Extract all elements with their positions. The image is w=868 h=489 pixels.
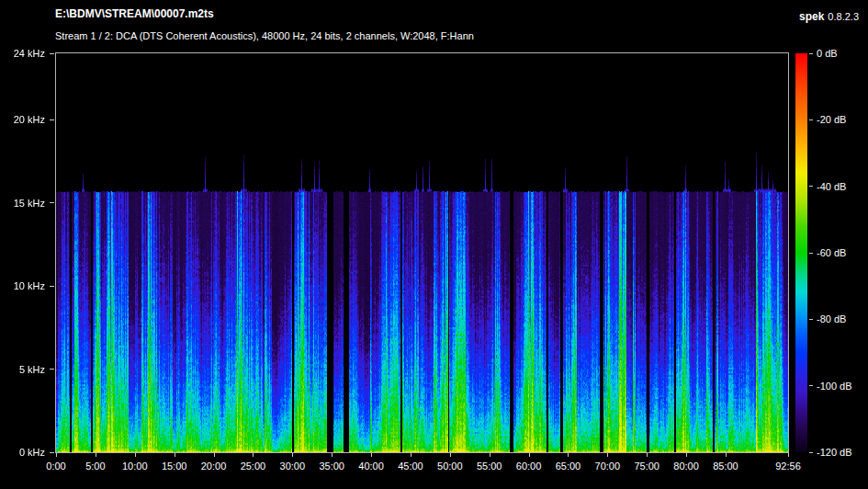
x-axis-tick xyxy=(529,453,530,457)
y-axis-label: 10 kHz xyxy=(0,279,45,292)
y-axis-tick xyxy=(50,286,54,287)
x-axis-tick xyxy=(686,453,687,457)
db-axis-label: -100 dB xyxy=(817,380,852,392)
db-axis-tick xyxy=(809,53,813,54)
db-axis-tick xyxy=(809,385,813,386)
stream-info: Stream 1 / 2: DCA (DTS Coherent Acoustic… xyxy=(55,30,474,41)
y-axis-label: 15 kHz xyxy=(0,197,45,210)
x-axis-label: 92:56 xyxy=(765,460,811,472)
app-version: 0.8.2.3 xyxy=(828,11,859,22)
x-axis-tick xyxy=(96,453,96,457)
y-axis-tick xyxy=(50,119,54,120)
db-axis-label: -40 dB xyxy=(817,180,846,193)
db-axis-tick xyxy=(809,319,813,320)
x-axis-tick xyxy=(788,453,789,457)
db-axis-label: -120 dB xyxy=(817,446,852,459)
x-axis-tick xyxy=(450,453,451,457)
x-axis-tick xyxy=(371,453,372,457)
spectrogram-canvas xyxy=(56,53,788,452)
y-axis-tick xyxy=(50,53,54,54)
db-axis-label: -80 dB xyxy=(817,313,846,325)
x-axis-tick xyxy=(647,453,648,457)
app-name: spek xyxy=(799,10,824,23)
plot-frame xyxy=(55,52,789,453)
y-axis-tick xyxy=(50,369,54,370)
x-axis-tick xyxy=(332,453,333,457)
x-axis-tick xyxy=(56,453,57,457)
x-axis-tick xyxy=(607,453,608,457)
x-axis-tick xyxy=(490,453,490,457)
x-axis-tick xyxy=(726,453,727,457)
db-axis-tick xyxy=(809,253,813,254)
y-axis-tick xyxy=(50,452,54,453)
x-axis-tick xyxy=(568,453,569,457)
db-axis-label: -20 dB xyxy=(817,113,846,126)
x-axis-tick xyxy=(175,453,175,457)
db-axis-tick xyxy=(809,452,813,453)
file-path-title: E:\BDMV\STREAM\00007.m2ts xyxy=(55,7,214,20)
app-brand: spek0.8.2.3 xyxy=(799,7,859,24)
db-axis-label: 0 dB xyxy=(817,47,838,60)
colorbar-gradient xyxy=(795,53,807,452)
y-axis-label: 5 kHz xyxy=(0,363,45,376)
y-axis-label: 20 kHz xyxy=(0,113,45,126)
x-axis-label: 85:00 xyxy=(703,460,749,472)
y-axis-label: 24 kHz xyxy=(0,47,45,60)
x-axis-tick xyxy=(214,453,215,457)
db-axis-tick xyxy=(809,186,813,187)
db-axis-label: -60 dB xyxy=(817,246,846,259)
db-axis-tick xyxy=(809,119,813,120)
x-axis-tick xyxy=(411,453,411,457)
y-axis-tick xyxy=(50,202,54,203)
x-axis-tick xyxy=(292,453,293,457)
x-axis-tick xyxy=(135,453,136,457)
x-axis-tick xyxy=(253,453,254,457)
y-axis-label: 0 kHz xyxy=(0,446,45,459)
